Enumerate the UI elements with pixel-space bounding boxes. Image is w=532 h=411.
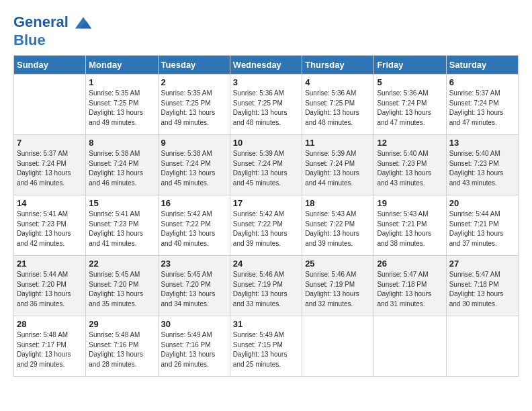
day-number: 15 — [89, 198, 154, 208]
day-info: Sunrise: 5:49 AM Sunset: 7:16 PM Dayligh… — [161, 330, 227, 369]
weekday-header: Monday — [86, 56, 158, 75]
day-info: Sunrise: 5:46 AM Sunset: 7:19 PM Dayligh… — [305, 270, 371, 309]
day-info: Sunrise: 5:38 AM Sunset: 7:24 PM Dayligh… — [161, 149, 227, 188]
logo-text: General Blue — [13, 13, 93, 48]
logo: General Blue — [13, 13, 93, 48]
day-number: 10 — [233, 138, 299, 148]
day-number: 25 — [305, 259, 371, 269]
weekday-header: Saturday — [446, 56, 518, 75]
day-info: Sunrise: 5:36 AM Sunset: 7:25 PM Dayligh… — [305, 89, 371, 128]
calendar-cell — [446, 316, 518, 377]
day-number: 6 — [449, 77, 515, 87]
calendar-cell: 29Sunrise: 5:48 AM Sunset: 7:16 PM Dayli… — [86, 316, 158, 377]
calendar-cell: 17Sunrise: 5:42 AM Sunset: 7:22 PM Dayli… — [230, 195, 302, 256]
calendar-cell: 7Sunrise: 5:37 AM Sunset: 7:24 PM Daylig… — [14, 135, 86, 195]
day-info: Sunrise: 5:40 AM Sunset: 7:23 PM Dayligh… — [449, 149, 515, 188]
day-info: Sunrise: 5:44 AM Sunset: 7:20 PM Dayligh… — [17, 270, 83, 309]
calendar-cell: 4Sunrise: 5:36 AM Sunset: 7:25 PM Daylig… — [302, 75, 374, 135]
calendar-cell: 22Sunrise: 5:45 AM Sunset: 7:20 PM Dayli… — [86, 256, 158, 316]
day-number: 27 — [449, 259, 515, 269]
day-info: Sunrise: 5:48 AM Sunset: 7:17 PM Dayligh… — [17, 330, 83, 369]
day-number: 8 — [89, 138, 154, 148]
day-info: Sunrise: 5:35 AM Sunset: 7:25 PM Dayligh… — [161, 89, 227, 128]
day-info: Sunrise: 5:45 AM Sunset: 7:20 PM Dayligh… — [161, 270, 227, 309]
calendar-cell: 31Sunrise: 5:49 AM Sunset: 7:15 PM Dayli… — [230, 316, 302, 377]
weekday-header: Sunday — [14, 56, 86, 75]
calendar-cell: 28Sunrise: 5:48 AM Sunset: 7:17 PM Dayli… — [14, 316, 86, 377]
weekday-header: Thursday — [302, 56, 374, 75]
day-info: Sunrise: 5:38 AM Sunset: 7:24 PM Dayligh… — [89, 149, 154, 188]
calendar-week-row: 1Sunrise: 5:35 AM Sunset: 7:25 PM Daylig… — [14, 75, 519, 135]
calendar-cell: 3Sunrise: 5:36 AM Sunset: 7:25 PM Daylig… — [230, 75, 302, 135]
calendar-body: 1Sunrise: 5:35 AM Sunset: 7:25 PM Daylig… — [14, 75, 519, 377]
day-number: 16 — [161, 198, 227, 208]
calendar-cell: 12Sunrise: 5:40 AM Sunset: 7:23 PM Dayli… — [374, 135, 446, 195]
calendar-cell: 6Sunrise: 5:37 AM Sunset: 7:24 PM Daylig… — [446, 75, 518, 135]
day-number: 14 — [17, 198, 83, 208]
day-number: 17 — [233, 198, 299, 208]
calendar-cell: 15Sunrise: 5:41 AM Sunset: 7:23 PM Dayli… — [86, 195, 158, 256]
day-info: Sunrise: 5:42 AM Sunset: 7:22 PM Dayligh… — [233, 210, 299, 248]
day-number: 19 — [377, 198, 443, 208]
day-number: 22 — [89, 259, 154, 269]
day-number: 5 — [377, 77, 443, 87]
calendar-cell — [302, 316, 374, 377]
day-info: Sunrise: 5:48 AM Sunset: 7:16 PM Dayligh… — [89, 330, 154, 369]
calendar-cell: 30Sunrise: 5:49 AM Sunset: 7:16 PM Dayli… — [158, 316, 230, 377]
calendar-cell: 11Sunrise: 5:39 AM Sunset: 7:24 PM Dayli… — [302, 135, 374, 195]
calendar-cell: 20Sunrise: 5:44 AM Sunset: 7:21 PM Dayli… — [446, 195, 518, 256]
calendar-cell: 5Sunrise: 5:36 AM Sunset: 7:24 PM Daylig… — [374, 75, 446, 135]
day-info: Sunrise: 5:41 AM Sunset: 7:23 PM Dayligh… — [89, 210, 154, 248]
day-number: 7 — [17, 138, 83, 148]
day-info: Sunrise: 5:47 AM Sunset: 7:18 PM Dayligh… — [377, 270, 443, 309]
day-info: Sunrise: 5:43 AM Sunset: 7:22 PM Dayligh… — [305, 210, 371, 248]
day-info: Sunrise: 5:47 AM Sunset: 7:18 PM Dayligh… — [449, 270, 515, 309]
day-number: 3 — [233, 77, 299, 87]
calendar-week-row: 28Sunrise: 5:48 AM Sunset: 7:17 PM Dayli… — [14, 316, 519, 377]
day-number: 31 — [233, 319, 299, 329]
day-info: Sunrise: 5:41 AM Sunset: 7:23 PM Dayligh… — [17, 210, 83, 248]
day-info: Sunrise: 5:36 AM Sunset: 7:25 PM Dayligh… — [233, 89, 299, 128]
calendar-cell: 26Sunrise: 5:47 AM Sunset: 7:18 PM Dayli… — [374, 256, 446, 316]
calendar-cell: 2Sunrise: 5:35 AM Sunset: 7:25 PM Daylig… — [158, 75, 230, 135]
calendar-cell: 19Sunrise: 5:43 AM Sunset: 7:21 PM Dayli… — [374, 195, 446, 256]
day-info: Sunrise: 5:46 AM Sunset: 7:19 PM Dayligh… — [233, 270, 299, 309]
day-number: 21 — [17, 259, 83, 269]
calendar-cell — [14, 75, 86, 135]
calendar-cell: 9Sunrise: 5:38 AM Sunset: 7:24 PM Daylig… — [158, 135, 230, 195]
day-number: 1 — [89, 77, 154, 87]
weekday-header: Friday — [374, 56, 446, 75]
day-info: Sunrise: 5:44 AM Sunset: 7:21 PM Dayligh… — [449, 210, 515, 248]
calendar-cell: 27Sunrise: 5:47 AM Sunset: 7:18 PM Dayli… — [446, 256, 518, 316]
day-number: 28 — [17, 319, 83, 329]
weekday-header: Wednesday — [230, 56, 302, 75]
day-number: 9 — [161, 138, 227, 148]
calendar-cell — [374, 316, 446, 377]
calendar-cell: 25Sunrise: 5:46 AM Sunset: 7:19 PM Dayli… — [302, 256, 374, 316]
day-info: Sunrise: 5:42 AM Sunset: 7:22 PM Dayligh… — [161, 210, 227, 248]
day-number: 2 — [161, 77, 227, 87]
calendar-cell: 21Sunrise: 5:44 AM Sunset: 7:20 PM Dayli… — [14, 256, 86, 316]
page-header: General Blue — [13, 13, 519, 48]
weekday-header: Tuesday — [158, 56, 230, 75]
day-info: Sunrise: 5:37 AM Sunset: 7:24 PM Dayligh… — [17, 149, 83, 188]
calendar-cell: 1Sunrise: 5:35 AM Sunset: 7:25 PM Daylig… — [86, 75, 158, 135]
day-number: 13 — [449, 138, 515, 148]
calendar-week-row: 21Sunrise: 5:44 AM Sunset: 7:20 PM Dayli… — [14, 256, 519, 316]
calendar-header-row: SundayMondayTuesdayWednesdayThursdayFrid… — [14, 56, 519, 75]
day-info: Sunrise: 5:35 AM Sunset: 7:25 PM Dayligh… — [89, 89, 154, 128]
calendar-cell: 10Sunrise: 5:39 AM Sunset: 7:24 PM Dayli… — [230, 135, 302, 195]
day-info: Sunrise: 5:45 AM Sunset: 7:20 PM Dayligh… — [89, 270, 154, 309]
day-info: Sunrise: 5:40 AM Sunset: 7:23 PM Dayligh… — [377, 149, 443, 188]
day-number: 24 — [233, 259, 299, 269]
day-info: Sunrise: 5:39 AM Sunset: 7:24 PM Dayligh… — [233, 149, 299, 188]
day-number: 20 — [449, 198, 515, 208]
day-info: Sunrise: 5:49 AM Sunset: 7:15 PM Dayligh… — [233, 330, 299, 369]
day-number: 12 — [377, 138, 443, 148]
day-info: Sunrise: 5:36 AM Sunset: 7:24 PM Dayligh… — [377, 89, 443, 128]
calendar-cell: 18Sunrise: 5:43 AM Sunset: 7:22 PM Dayli… — [302, 195, 374, 256]
calendar-week-row: 7Sunrise: 5:37 AM Sunset: 7:24 PM Daylig… — [14, 135, 519, 195]
calendar-cell: 24Sunrise: 5:46 AM Sunset: 7:19 PM Dayli… — [230, 256, 302, 316]
calendar-table: SundayMondayTuesdayWednesdayThursdayFrid… — [13, 55, 519, 377]
calendar-week-row: 14Sunrise: 5:41 AM Sunset: 7:23 PM Dayli… — [14, 195, 519, 256]
